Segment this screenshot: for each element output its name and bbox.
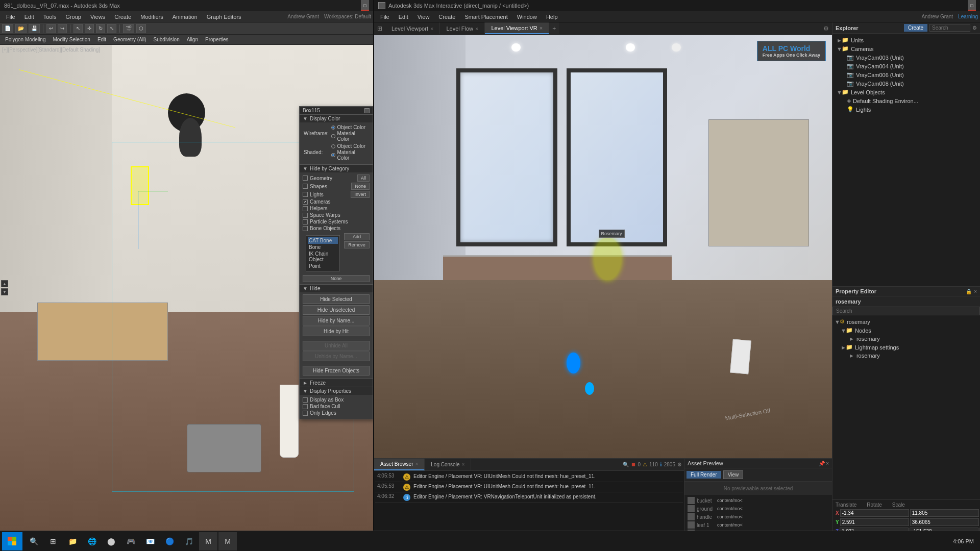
wireframe-obj-radio[interactable] xyxy=(331,126,335,130)
menu-views[interactable]: Views xyxy=(86,13,109,21)
warn-icon[interactable]: ⚠ xyxy=(643,462,647,467)
nav-down[interactable]: ▼ xyxy=(1,288,8,295)
wireframe-obj-color[interactable]: Object Color xyxy=(331,124,369,130)
right-menu-window[interactable]: Window xyxy=(513,13,541,21)
right-menu-smart-placement[interactable]: Smart Placement xyxy=(460,13,511,21)
tab-level-viewport[interactable]: Level Viewport × xyxy=(385,22,440,34)
asset-browser-tab[interactable]: Asset Browser × xyxy=(374,459,425,470)
tree-units[interactable]: ► 📁 Units xyxy=(835,36,978,44)
tree-cameras[interactable]: ▼ 📁 Cameras xyxy=(835,44,978,53)
cameras-checkbox[interactable] xyxy=(303,199,308,205)
prop-tree-nodes[interactable]: ▼ 📁 Nodes xyxy=(832,326,980,335)
prop-tree-lightmap[interactable]: ► 📁 Lightmap settings xyxy=(832,343,980,352)
settings-icon[interactable]: ⚙ xyxy=(677,462,682,467)
prop-tree-rosemary-root[interactable]: ▼ ⚙ rosemary xyxy=(832,317,980,326)
bone-item-ik[interactable]: IK Chain Object xyxy=(308,251,338,263)
menu-animation[interactable]: Animation xyxy=(168,13,202,21)
edges-only-cb[interactable] xyxy=(303,411,308,416)
hide-selected-btn[interactable]: Hide Selected xyxy=(303,294,370,304)
shaded-mat-color[interactable]: Material Color xyxy=(331,149,369,161)
panel-close-btn[interactable] xyxy=(364,108,370,113)
lights-checkbox[interactable] xyxy=(303,192,308,197)
prop-close-btn[interactable]: × xyxy=(974,289,977,294)
search-icon[interactable]: 🔍 xyxy=(623,462,629,467)
stop-icon[interactable]: ⏹ xyxy=(631,462,636,467)
rotate-btn[interactable]: ↻ xyxy=(96,24,105,33)
submenu-properties[interactable]: Properties xyxy=(202,36,232,43)
shaded-obj-color[interactable]: Object Color xyxy=(331,143,369,149)
menu-modifiers[interactable]: Modifiers xyxy=(136,13,167,21)
left-viewport[interactable]: [+][Perspective][Standard][Default Shadi… xyxy=(0,45,373,531)
undo-btn[interactable]: ↩ xyxy=(46,24,56,33)
start-button[interactable] xyxy=(2,532,22,550)
explorer-taskbar-icon[interactable]: 📁 xyxy=(63,532,82,550)
tree-level-objects[interactable]: ▼ 📁 Level Objects xyxy=(835,88,978,96)
app-icon-2[interactable]: 📧 xyxy=(141,532,159,550)
freeze-section-header[interactable]: ► Freeze xyxy=(300,379,373,387)
right-viewport[interactable]: Rosemary Multi-Selection Off ALL PC Worl… xyxy=(374,35,832,458)
remove-bone-btn[interactable]: Remove xyxy=(344,241,370,248)
render-btn[interactable]: 🎬 xyxy=(123,24,134,33)
right-menu-view[interactable]: View xyxy=(413,13,434,21)
hide-unselected-btn[interactable]: Hide Unselected xyxy=(303,305,370,315)
x-translate[interactable] xyxy=(840,509,909,517)
unhide-by-name-btn[interactable]: Unhide by Name... xyxy=(303,352,370,361)
menu-graph-editors[interactable]: Graph Editors xyxy=(203,13,246,21)
submenu-edit[interactable]: Edit xyxy=(94,36,109,43)
filter-btn[interactable]: ⚙ xyxy=(972,24,977,32)
bone-item-point[interactable]: Point xyxy=(308,263,338,269)
menu-edit[interactable]: Edit xyxy=(20,13,38,21)
maximize-button[interactable]: □ xyxy=(361,2,369,10)
display-as-box-cb[interactable] xyxy=(303,397,308,403)
right-menu-help[interactable]: Help xyxy=(542,13,562,21)
asset-browser-close[interactable]: × xyxy=(415,461,418,467)
menu-file[interactable]: File xyxy=(2,13,19,21)
preview-pin-btn[interactable]: 📌 xyxy=(819,461,825,466)
tree-default-shading[interactable]: ◈ Default Shading Environ... xyxy=(835,96,978,105)
bone-item-bone[interactable]: Bone xyxy=(308,244,338,251)
tab-vr-close-icon[interactable]: × xyxy=(540,25,543,31)
property-search[interactable] xyxy=(832,307,980,315)
full-render-btn[interactable]: Full Render xyxy=(687,471,721,479)
move-btn[interactable]: ✛ xyxy=(85,24,94,33)
y-rotate[interactable] xyxy=(910,518,979,526)
particle-systems-checkbox[interactable] xyxy=(303,219,308,224)
right-menu-edit[interactable]: Edit xyxy=(395,13,412,21)
shapes-checkbox[interactable] xyxy=(303,184,308,189)
menu-group[interactable]: Group xyxy=(61,13,85,21)
unhide-all-btn[interactable]: Unhide All xyxy=(303,341,370,350)
search-taskbar-icon[interactable]: 🔍 xyxy=(24,532,43,550)
x-rotate[interactable] xyxy=(910,509,979,517)
panel-drag-handle[interactable]: Box115 xyxy=(300,107,373,114)
create-btn[interactable]: Create xyxy=(904,24,927,32)
hide-by-hit-btn[interactable]: Hide by Hit xyxy=(303,327,370,336)
submenu-modify-selection[interactable]: Modify Selection xyxy=(50,36,93,43)
tree-vray-cam-006[interactable]: 📷 VrayCam006 (Unit) xyxy=(835,70,978,79)
tree-vray-cam-003[interactable]: 📷 VrayCam003 (Unit) xyxy=(835,53,978,62)
bone-item-cat[interactable]: CAT Bone xyxy=(308,237,338,244)
new-btn[interactable]: 📄 xyxy=(2,24,13,33)
lights-invert-btn[interactable]: Invert xyxy=(351,191,370,198)
nav-up[interactable]: ▲ xyxy=(1,280,8,287)
add-tab-btn[interactable]: + xyxy=(549,22,559,34)
backface-cull-cb[interactable] xyxy=(303,404,308,409)
hide-section-header[interactable]: ▼ Hide xyxy=(300,284,373,292)
bone-list[interactable]: CAT Bone Bone IK Chain Object Point xyxy=(306,235,340,271)
app-icon-3[interactable]: 🔵 xyxy=(160,532,179,550)
tree-lights[interactable]: 💡 Lights xyxy=(835,105,978,114)
menu-create[interactable]: Create xyxy=(110,13,135,21)
hide-by-name-btn[interactable]: Hide by Name... xyxy=(303,316,370,325)
right-maximize-btn[interactable]: □ xyxy=(968,2,976,10)
tab-level-flow[interactable]: Level Flow × xyxy=(440,22,485,34)
chrome-icon[interactable]: ⬤ xyxy=(102,532,120,550)
helpers-checkbox[interactable] xyxy=(303,206,308,211)
submenu-geometry[interactable]: Geometry (All) xyxy=(110,36,149,43)
submenu-align[interactable]: Align xyxy=(184,36,201,43)
shaded-obj-radio[interactable] xyxy=(331,144,335,148)
tab-flow-close-icon[interactable]: × xyxy=(475,26,478,32)
add-bone-btn[interactable]: Add xyxy=(344,233,370,240)
save-btn[interactable]: 💾 xyxy=(29,24,40,33)
redo-btn[interactable]: ↪ xyxy=(58,24,67,33)
info-icon[interactable]: ℹ xyxy=(660,462,662,467)
tree-vray-cam-008[interactable]: 📷 VrayCam008 (Unit) xyxy=(835,79,978,88)
